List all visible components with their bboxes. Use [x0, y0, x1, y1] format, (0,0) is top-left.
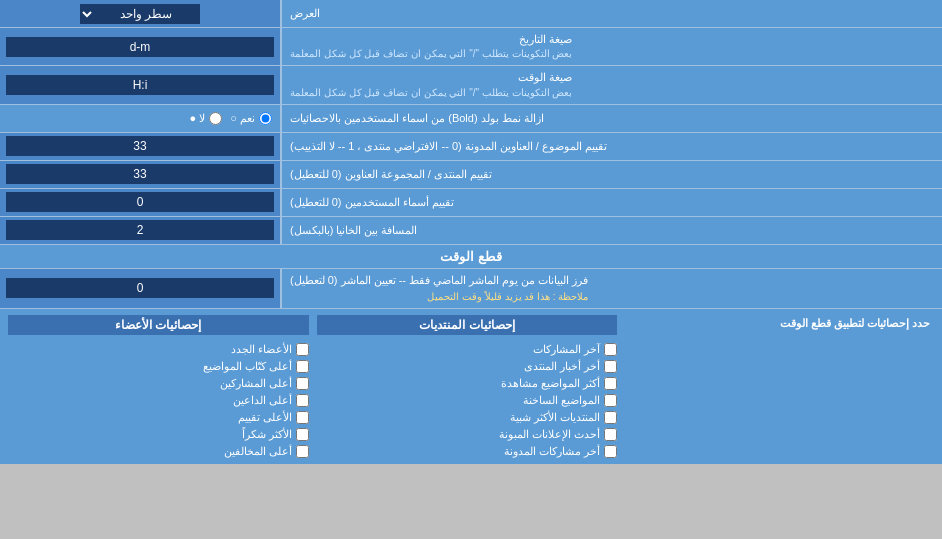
forum-group-order-row: تقييم المنتدى / المجموعة العناوين (0 للت… — [0, 161, 942, 189]
checkbox-hot-topics[interactable]: المواضيع الساخنة — [317, 394, 618, 407]
checkbox-forum-news-input[interactable] — [604, 360, 617, 373]
user-names-order-row: تقييم أسماء المستخدمين (0 للتعطيل) — [0, 189, 942, 217]
user-names-order-label: تقييم أسماء المستخدمين (0 للتعطيل) — [280, 189, 942, 216]
checkbox-blog-posts[interactable]: أخر مشاركات المدونة — [317, 445, 618, 458]
date-format-input[interactable] — [6, 37, 274, 57]
checkbox-top-violators-input[interactable] — [296, 445, 309, 458]
bold-remove-label: ازالة نمط بولد (Bold) من اسماء المستخدمي… — [280, 105, 942, 132]
display-mode-select[interactable]: سطر واحد سطرين ثلاثة أسطر — [80, 4, 200, 24]
gap-between-input[interactable] — [6, 220, 274, 240]
checkbox-top-participants-input[interactable] — [296, 377, 309, 390]
checkbox-new-members[interactable]: الأعضاء الجدد — [8, 343, 309, 356]
user-names-order-input[interactable] — [6, 192, 274, 212]
bold-no-radio[interactable] — [209, 112, 222, 125]
time-format-row: صيغة الوقت بعض التكوينات يتطلب "/" التي … — [0, 66, 942, 104]
checkbox-most-thanked-input[interactable] — [296, 428, 309, 441]
bold-remove-radio-cell[interactable]: نعم ○ لا ● — [0, 105, 280, 132]
forum-topics-order-input[interactable] — [6, 136, 274, 156]
checkbox-most-similar-input[interactable] — [604, 411, 617, 424]
time-format-label: صيغة الوقت بعض التكوينات يتطلب "/" التي … — [280, 66, 942, 103]
bottom-section: حدد إحصائيات لتطبيق قطع الوقت إحصائيات ا… — [0, 309, 942, 464]
checkbox-most-thanked[interactable]: الأكثر شكراً — [8, 428, 309, 441]
checkbox-hot-topics-input[interactable] — [604, 394, 617, 407]
checkbox-most-viewed-input[interactable] — [604, 377, 617, 390]
forum-topics-order-row: تقييم الموضوع / العناوين المدونة (0 -- ا… — [0, 133, 942, 161]
bold-remove-row: ازالة نمط بولد (Bold) من اسماء المستخدمي… — [0, 105, 942, 133]
checkbox-most-viewed[interactable]: أكثر المواضيع مشاهدة — [317, 377, 618, 390]
cutoff-value-row: فرز البيانات من يوم الماشر الماضي فقط --… — [0, 269, 942, 309]
checkbox-new-members-input[interactable] — [296, 343, 309, 356]
cutoff-value-input[interactable] — [6, 278, 274, 298]
checkbox-latest-announcements-input[interactable] — [604, 428, 617, 441]
cutoff-value-cell[interactable] — [0, 269, 280, 308]
checkbox-top-rated-input[interactable] — [296, 411, 309, 424]
main-container: العرض سطر واحد سطرين ثلاثة أسطر صيغة الت… — [0, 0, 942, 464]
checkbox-top-rated[interactable]: الأعلى تقييم — [8, 411, 309, 424]
gap-between-label: المسافة بين الخانيا (بالبكسل) — [280, 217, 942, 244]
gap-between-cell[interactable] — [0, 217, 280, 244]
time-format-input[interactable] — [6, 75, 274, 95]
display-mode-row: العرض سطر واحد سطرين ثلاثة أسطر — [0, 0, 942, 28]
cutoff-value-label: فرز البيانات من يوم الماشر الماضي فقط --… — [280, 269, 942, 308]
date-format-label: صيغة التاريخ بعض التكوينات يتطلب "/" الت… — [280, 28, 942, 65]
forum-stats-header: إحصائيات المنتديات — [317, 315, 618, 335]
forum-group-order-label: تقييم المنتدى / المجموعة العناوين (0 للت… — [280, 161, 942, 188]
member-stats-column: إحصائيات الأعضاء الأعضاء الجدد أعلى كتّا… — [8, 315, 309, 458]
forum-topics-order-cell[interactable] — [0, 133, 280, 160]
member-stats-header: إحصائيات الأعضاء — [8, 315, 309, 335]
checkbox-last-posts[interactable]: آخر المشاركات — [317, 343, 618, 356]
display-mode-cell[interactable]: سطر واحد سطرين ثلاثة أسطر — [0, 0, 280, 27]
checkbox-forum-news[interactable]: أخر أخبار المنتدى — [317, 360, 618, 373]
checkbox-top-topic-writers[interactable]: أعلى كتّاب المواضيع — [8, 360, 309, 373]
checkbox-last-posts-input[interactable] — [604, 343, 617, 356]
checkbox-top-topic-writers-input[interactable] — [296, 360, 309, 373]
date-format-row: صيغة التاريخ بعض التكوينات يتطلب "/" الت… — [0, 28, 942, 66]
forum-group-order-cell[interactable] — [0, 161, 280, 188]
date-format-input-cell[interactable] — [0, 28, 280, 65]
forum-group-order-input[interactable] — [6, 164, 274, 184]
checkbox-top-violators[interactable]: أعلى المخالفين — [8, 445, 309, 458]
bold-yes-option[interactable]: نعم ○ — [230, 112, 272, 125]
time-format-input-cell[interactable] — [0, 66, 280, 103]
cutoff-section-header: قطع الوقت — [0, 245, 942, 269]
forum-stats-column: إحصائيات المنتديات آخر المشاركات أخر أخب… — [317, 315, 618, 458]
checkbox-top-participants[interactable]: أعلى المشاركين — [8, 377, 309, 390]
bold-no-option[interactable]: لا ● — [190, 112, 223, 125]
checkbox-blog-posts-input[interactable] — [604, 445, 617, 458]
forum-topics-order-label: تقييم الموضوع / العناوين المدونة (0 -- ا… — [280, 133, 942, 160]
gap-between-row: المسافة بين الخانيا (بالبكسل) — [0, 217, 942, 245]
user-names-order-cell[interactable] — [0, 189, 280, 216]
bold-yes-radio[interactable] — [259, 112, 272, 125]
bottom-main-label-section: حدد إحصائيات لتطبيق قطع الوقت — [625, 315, 934, 458]
checkbox-most-similar[interactable]: المنتديات الأكثر شبية — [317, 411, 618, 424]
checkbox-top-callers-input[interactable] — [296, 394, 309, 407]
display-label: العرض — [280, 0, 942, 27]
checkbox-top-callers[interactable]: أعلى الداعين — [8, 394, 309, 407]
checkbox-latest-announcements[interactable]: أحدث الإعلانات المبونة — [317, 428, 618, 441]
